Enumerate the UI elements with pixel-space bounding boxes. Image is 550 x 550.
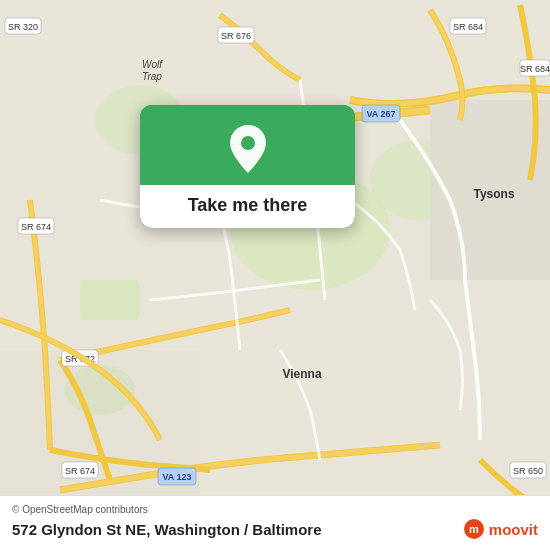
bottom-bar: © OpenStreetMap contributors 572 Glyndon… bbox=[0, 495, 550, 550]
svg-text:SR 684: SR 684 bbox=[520, 64, 550, 74]
moovit-icon: m bbox=[463, 518, 485, 540]
svg-text:m: m bbox=[469, 523, 479, 535]
svg-rect-3 bbox=[80, 280, 140, 320]
moovit-text: moovit bbox=[489, 521, 538, 538]
svg-text:SR 684: SR 684 bbox=[453, 22, 483, 32]
svg-text:SR 674: SR 674 bbox=[21, 222, 51, 232]
svg-text:SR 676: SR 676 bbox=[221, 31, 251, 41]
svg-text:Wolf: Wolf bbox=[142, 59, 163, 70]
pin-icon bbox=[226, 123, 270, 175]
svg-text:VA 123: VA 123 bbox=[162, 472, 191, 482]
location-popup[interactable]: Take me there bbox=[140, 105, 355, 228]
svg-text:SR 674: SR 674 bbox=[65, 466, 95, 476]
address-row: 572 Glyndon St NE, Washington / Baltimor… bbox=[12, 518, 538, 540]
popup-pin-area bbox=[140, 105, 355, 185]
svg-text:Vienna: Vienna bbox=[282, 367, 321, 381]
popup-label-area: Take me there bbox=[140, 185, 355, 228]
svg-text:Tysons: Tysons bbox=[473, 187, 514, 201]
moovit-logo: m moovit bbox=[463, 518, 538, 540]
map-background: SR 676 SR 684 SR 684 VA 267 SR 674 SR 67… bbox=[0, 0, 550, 550]
address-text: 572 Glyndon St NE, Washington / Baltimor… bbox=[12, 521, 321, 538]
svg-text:SR 650: SR 650 bbox=[513, 466, 543, 476]
svg-text:SR 320: SR 320 bbox=[8, 22, 38, 32]
svg-point-32 bbox=[241, 136, 255, 150]
map-attribution: © OpenStreetMap contributors bbox=[12, 504, 538, 515]
svg-text:Trap: Trap bbox=[142, 71, 162, 82]
popup-label: Take me there bbox=[188, 195, 308, 215]
svg-text:VA 267: VA 267 bbox=[366, 109, 395, 119]
map-container: SR 676 SR 684 SR 684 VA 267 SR 674 SR 67… bbox=[0, 0, 550, 550]
